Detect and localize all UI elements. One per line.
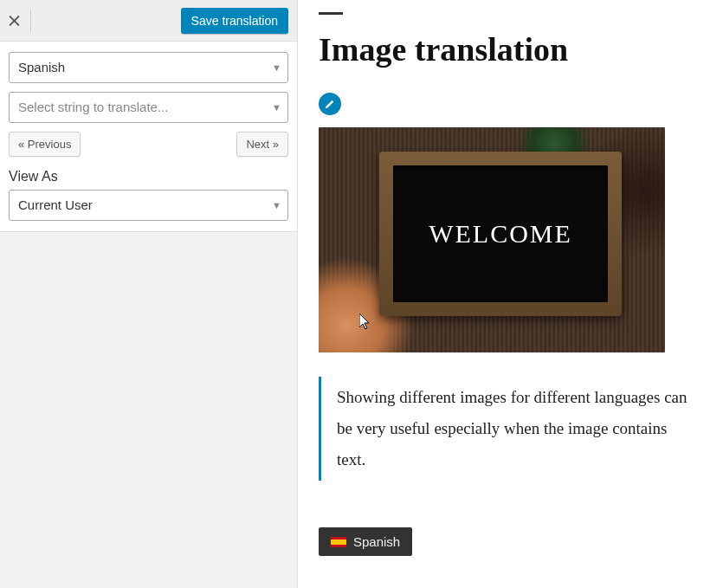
chalkboard: WELCOME: [393, 165, 608, 302]
next-button[interactable]: Next »: [236, 132, 288, 157]
page-title: Image translation: [319, 30, 702, 68]
language-switcher-label: Spanish: [353, 534, 400, 549]
edit-button[interactable]: [319, 93, 341, 115]
flag-es-icon: [331, 537, 346, 547]
editor-sidebar: Save translation Spanish ▼ Select string…: [0, 0, 298, 588]
language-select[interactable]: Spanish: [9, 52, 288, 83]
language-switcher[interactable]: Spanish: [319, 527, 412, 556]
description-quote: Showing different images for different l…: [319, 377, 694, 481]
chalkboard-frame: WELCOME: [379, 152, 622, 316]
pencil-icon: [324, 98, 336, 110]
save-translation-button[interactable]: Save translation: [181, 8, 288, 34]
chalkboard-text: WELCOME: [429, 219, 572, 249]
nav-row: « Previous Next »: [9, 132, 288, 157]
sidebar-controls: Spanish ▼ Select string to translate... …: [0, 42, 297, 232]
hero-image: WELCOME: [319, 127, 665, 352]
divider: [319, 12, 343, 15]
view-as-label: View As: [9, 169, 288, 184]
string-select[interactable]: Select string to translate...: [9, 92, 288, 123]
language-select-wrap: Spanish ▼: [9, 52, 288, 83]
view-as-select-wrap: Current User ▼: [9, 190, 288, 221]
preview-pane: Image translation WELCOME Showing differ…: [298, 0, 723, 588]
close-icon: [9, 14, 20, 28]
string-select-wrap: Select string to translate... ▼: [9, 92, 288, 123]
previous-button[interactable]: « Previous: [9, 132, 81, 157]
sidebar-topbar: Save translation: [0, 0, 297, 42]
close-button[interactable]: [9, 10, 31, 32]
view-as-select[interactable]: Current User: [9, 190, 288, 221]
